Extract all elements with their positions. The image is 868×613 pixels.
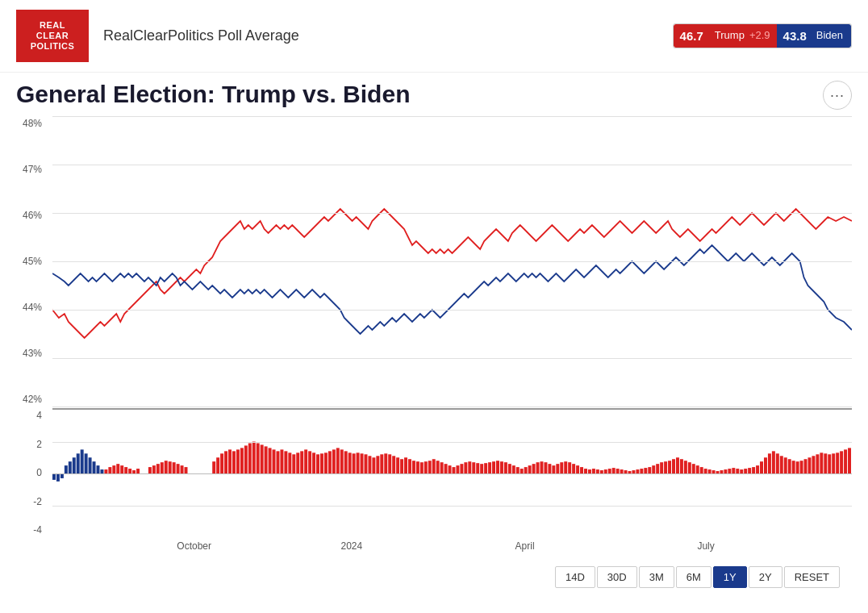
svg-rect-154 [700, 467, 703, 473]
svg-rect-17 [120, 465, 123, 473]
svg-rect-180 [804, 459, 807, 473]
svg-rect-84 [420, 462, 424, 473]
svg-rect-7 [81, 449, 84, 473]
svg-rect-88 [436, 461, 440, 473]
x-label-april: April [515, 540, 535, 552]
svg-rect-109 [520, 469, 524, 473]
svg-rect-98 [476, 463, 479, 473]
svg-rect-186 [828, 454, 831, 473]
x-axis-labels: October 2024 April July [52, 540, 840, 560]
svg-rect-21 [136, 469, 140, 473]
svg-rect-141 [648, 467, 651, 473]
svg-rect-28 [173, 462, 176, 473]
btn-reset[interactable]: RESET [784, 566, 840, 588]
svg-rect-166 [748, 468, 751, 473]
svg-rect-69 [361, 453, 364, 473]
svg-rect-79 [400, 459, 403, 473]
svg-rect-93 [456, 465, 459, 473]
svg-rect-81 [408, 459, 411, 473]
svg-rect-152 [692, 464, 695, 473]
svg-rect-190 [844, 449, 847, 473]
x-label-october: October [177, 540, 211, 552]
svg-rect-107 [512, 465, 515, 473]
trump-badge: 46.7 Trump +2.9 [674, 24, 777, 48]
svg-rect-108 [516, 467, 520, 473]
svg-rect-127 [592, 469, 595, 473]
svg-rect-140 [644, 468, 647, 473]
svg-rect-68 [357, 452, 360, 473]
svg-rect-83 [416, 461, 419, 473]
trump-value: 46.7 [674, 24, 710, 48]
svg-rect-90 [444, 464, 448, 473]
svg-rect-136 [628, 471, 632, 473]
svg-rect-162 [732, 468, 735, 473]
svg-rect-64 [340, 449, 344, 473]
svg-rect-184 [820, 452, 823, 473]
svg-rect-54 [300, 451, 303, 473]
svg-rect-78 [396, 457, 399, 473]
svg-rect-189 [840, 451, 843, 473]
svg-rect-27 [169, 461, 172, 473]
line-chart-svg [52, 116, 852, 407]
svg-rect-123 [576, 465, 579, 473]
svg-rect-104 [500, 461, 503, 473]
bar-y-neg4: -4 [16, 524, 47, 536]
logo: REALCLEARPOLITICS [16, 10, 89, 62]
svg-rect-51 [288, 452, 291, 473]
main-content: General Election: Trump vs. Biden ··· 48… [0, 73, 868, 588]
svg-rect-91 [449, 465, 452, 473]
btn-30d[interactable]: 30D [597, 566, 637, 588]
svg-rect-40 [244, 445, 248, 473]
svg-rect-95 [464, 462, 467, 473]
svg-rect-187 [832, 453, 835, 473]
svg-rect-23 [152, 465, 156, 473]
logo-text: REALCLEARPOLITICS [31, 20, 75, 52]
svg-rect-165 [744, 469, 747, 473]
svg-rect-106 [508, 464, 511, 473]
btn-3m[interactable]: 3M [639, 566, 674, 588]
svg-rect-188 [836, 452, 839, 473]
svg-rect-30 [181, 465, 184, 473]
svg-rect-0 [52, 473, 56, 480]
svg-rect-168 [756, 465, 759, 473]
chart-container: 48% 47% 46% 45% 44% 43% 42% [16, 116, 852, 588]
y-label-48: 48% [16, 118, 47, 129]
svg-rect-133 [616, 469, 620, 473]
svg-rect-158 [716, 471, 720, 473]
svg-rect-164 [740, 469, 743, 473]
svg-rect-151 [688, 462, 691, 473]
bar-y-4: 4 [16, 410, 47, 421]
svg-rect-137 [632, 470, 635, 473]
svg-rect-145 [664, 461, 667, 473]
svg-rect-119 [560, 462, 563, 473]
svg-rect-113 [536, 462, 540, 473]
btn-14d[interactable]: 14D [555, 566, 595, 588]
svg-rect-26 [165, 461, 168, 473]
btn-1y[interactable]: 1Y [713, 566, 747, 588]
svg-rect-174 [780, 456, 783, 473]
svg-rect-20 [132, 470, 136, 473]
svg-rect-58 [316, 454, 319, 473]
svg-rect-160 [724, 469, 727, 473]
svg-rect-19 [128, 469, 131, 473]
svg-rect-122 [572, 464, 575, 473]
svg-rect-116 [548, 464, 551, 473]
svg-rect-39 [240, 448, 244, 473]
more-button[interactable]: ··· [823, 81, 852, 110]
svg-rect-99 [480, 464, 483, 473]
svg-rect-130 [604, 469, 607, 473]
svg-rect-144 [660, 462, 663, 473]
svg-rect-146 [668, 461, 671, 473]
y-label-44: 44% [16, 302, 47, 313]
time-range-buttons: 14D 30D 3M 6M 1Y 2Y RESET [16, 566, 840, 588]
svg-rect-191 [848, 448, 851, 473]
biden-badge: 43.8 Biden [777, 24, 851, 48]
svg-rect-115 [544, 462, 547, 473]
svg-rect-76 [388, 454, 391, 473]
btn-6m[interactable]: 6M [676, 566, 712, 588]
svg-rect-18 [124, 467, 127, 473]
svg-rect-183 [816, 454, 819, 473]
svg-rect-182 [812, 456, 815, 473]
svg-rect-24 [156, 464, 160, 473]
btn-2y[interactable]: 2Y [749, 566, 782, 588]
